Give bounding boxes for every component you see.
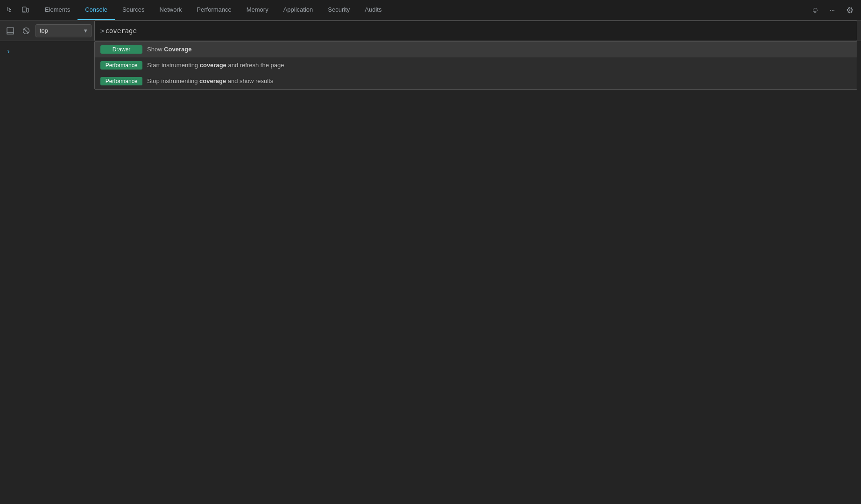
autocomplete-text-2: Stop instrumenting coverage and show res… bbox=[147, 77, 273, 84]
clear-icon bbox=[22, 27, 30, 35]
badge-performance-1: Performance bbox=[100, 61, 142, 70]
left-gutter: › bbox=[0, 41, 17, 504]
tab-audits[interactable]: Audits bbox=[357, 0, 389, 20]
expand-icon-button[interactable]: › bbox=[2, 45, 15, 58]
autocomplete-dropdown: Drawer Show Coverage Performance Start i… bbox=[94, 41, 857, 90]
clear-console-button[interactable] bbox=[20, 24, 33, 37]
console-input-area: > Drawer Show Coverage Performance Start… bbox=[94, 21, 857, 41]
more-options-button[interactable]: ··· bbox=[826, 4, 839, 17]
badge-performance-2: Performance bbox=[100, 77, 142, 85]
tab-bar-icon-group bbox=[4, 4, 32, 17]
tab-application[interactable]: Application bbox=[276, 0, 321, 20]
drawer-toggle-icon bbox=[7, 27, 14, 35]
chevron-right-icon: › bbox=[7, 47, 9, 56]
drawer-toggle-button[interactable] bbox=[4, 24, 17, 37]
console-output-area bbox=[17, 41, 861, 504]
inspect-icon-button[interactable] bbox=[4, 4, 17, 17]
svg-line-6 bbox=[24, 28, 28, 33]
device-toolbar-icon-button[interactable] bbox=[19, 4, 32, 17]
tab-security[interactable]: Security bbox=[320, 0, 357, 20]
chevron-down-icon: ▾ bbox=[84, 27, 87, 34]
tab-bar: Elements Console Sources Network Perform… bbox=[0, 0, 861, 21]
svg-rect-4 bbox=[7, 32, 14, 34]
tab-network[interactable]: Network bbox=[152, 0, 190, 20]
autocomplete-item-1[interactable]: Performance Start instrumenting coverage… bbox=[95, 57, 857, 73]
tab-list: Elements Console Sources Network Perform… bbox=[37, 0, 389, 20]
settings-button[interactable]: ⚙ bbox=[842, 3, 857, 18]
smiley-icon-button[interactable]: ☺ bbox=[809, 4, 822, 17]
svg-rect-1 bbox=[27, 8, 28, 12]
console-prompt: > bbox=[100, 27, 104, 35]
inspect-icon bbox=[7, 7, 14, 14]
device-icon bbox=[21, 7, 29, 14]
console-toolbar: top ▾ > Drawer Show Coverage Performance… bbox=[0, 21, 861, 41]
tab-console[interactable]: Console bbox=[78, 0, 115, 20]
settings-icon: ⚙ bbox=[846, 5, 854, 15]
context-value: top bbox=[40, 27, 48, 34]
tab-sources[interactable]: Sources bbox=[115, 0, 152, 20]
svg-rect-3 bbox=[7, 28, 14, 32]
smiley-icon: ☺ bbox=[812, 6, 819, 14]
autocomplete-text-0: Show Coverage bbox=[147, 46, 191, 53]
tab-bar-right: ☺ ··· ⚙ bbox=[809, 3, 857, 18]
tab-elements[interactable]: Elements bbox=[37, 0, 78, 20]
autocomplete-item-2[interactable]: Performance Stop instrumenting coverage … bbox=[95, 73, 857, 89]
console-input-wrapper: > bbox=[94, 21, 857, 41]
tab-performance[interactable]: Performance bbox=[189, 0, 239, 20]
badge-drawer-0: Drawer bbox=[100, 45, 142, 54]
context-selector[interactable]: top ▾ bbox=[35, 24, 92, 37]
console-input[interactable] bbox=[105, 27, 851, 35]
tab-memory[interactable]: Memory bbox=[239, 0, 276, 20]
more-icon: ··· bbox=[830, 6, 834, 14]
autocomplete-item-0[interactable]: Drawer Show Coverage bbox=[95, 42, 857, 57]
main-content: › bbox=[0, 41, 861, 504]
autocomplete-text-1: Start instrumenting coverage and refresh… bbox=[147, 62, 284, 69]
